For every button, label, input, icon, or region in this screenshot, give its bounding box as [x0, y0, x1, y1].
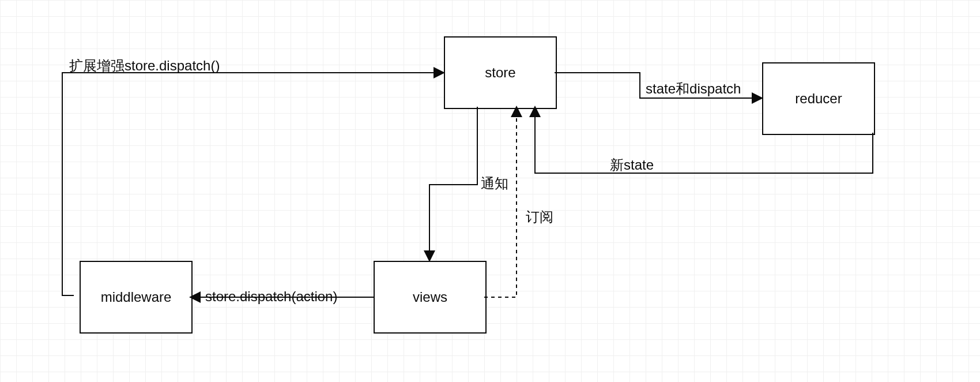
label-notify: 通知 — [481, 174, 508, 193]
label-dispatch: store.dispatch(action) — [205, 289, 337, 305]
node-views: views — [374, 261, 487, 334]
label-state-dispatch: state和dispatch — [646, 80, 741, 98]
node-store: store — [444, 36, 557, 109]
label-enhance: 扩展增强store.dispatch() — [69, 57, 220, 75]
node-reducer-label: reducer — [795, 91, 842, 107]
node-middleware-label: middleware — [101, 289, 172, 305]
diagram-canvas: store reducer views middleware 扩展增强store… — [0, 0, 980, 382]
edge-subscribe — [484, 107, 517, 297]
node-middleware: middleware — [80, 261, 193, 334]
label-new-state: 新state — [610, 156, 654, 174]
edge-notify — [429, 107, 477, 261]
node-store-label: store — [485, 65, 515, 81]
node-views-label: views — [413, 289, 447, 305]
label-subscribe: 订阅 — [526, 208, 553, 226]
node-reducer: reducer — [762, 62, 875, 135]
